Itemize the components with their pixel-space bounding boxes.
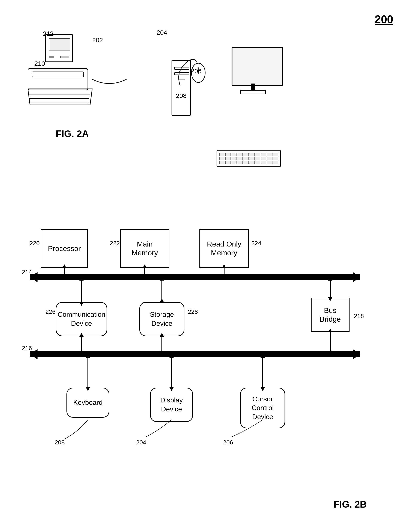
cursor-control-box: Cursor Control Device [240,388,285,428]
rom-box: Read Only Memory [199,229,249,268]
ref-204b: 204 [136,439,146,446]
ref-224: 224 [251,240,262,247]
floppy-metal [49,56,54,58]
monitor-screen [232,47,283,86]
ref-206b: 206 [223,439,233,446]
main-memory-box: Main Memory [120,229,170,268]
fig2b-diagram: Processor Main Memory Read Only Memory B… [13,182,410,510]
ref-206: 206 [191,67,202,75]
ref-216: 216 [22,345,32,352]
ref-208b: 208 [55,439,65,446]
ref-204: 204 [157,29,167,36]
figure-number: 200 [375,13,393,26]
ref-222: 222 [110,240,120,247]
ref-228: 228 [188,309,198,315]
bus-right-arrow [353,272,360,282]
storage-device-box: Storage Device [139,302,184,336]
floppy-slot [60,56,69,58]
ref-218: 218 [354,313,364,320]
cable-svg [92,75,129,92]
ref-220: 220 [30,240,40,247]
ref-210: 210 [34,60,45,67]
ref-226: 226 [45,309,55,315]
system-bus [30,274,360,280]
fig2a-label: FIG. 2A [56,128,89,139]
floppy-disk [45,34,73,62]
page: 200 [0,0,419,532]
ref-202: 202 [92,37,103,44]
ref-212: 212 [43,30,54,37]
keyboard-box: Keyboard [66,388,109,418]
keyboard-2a [217,150,281,167]
fig2b-label: FIG. 2B [334,499,367,510]
monitor [227,47,287,94]
io-bus-right-arrow [353,349,360,359]
io-bus [30,351,360,357]
bus-bridge-box: Bus Bridge [311,298,350,332]
comm-device-box: Communication Device [56,302,107,336]
processor-box: Processor [41,229,88,268]
display-device-box: Display Device [150,388,193,422]
ref-214: 214 [22,269,32,276]
fig2a-diagram: 212 202 204 206 208 210 FIG. 2A [21,17,204,141]
floppy-label-area [49,38,70,51]
printer-svg [28,64,94,107]
ref-208: 208 [176,92,186,99]
